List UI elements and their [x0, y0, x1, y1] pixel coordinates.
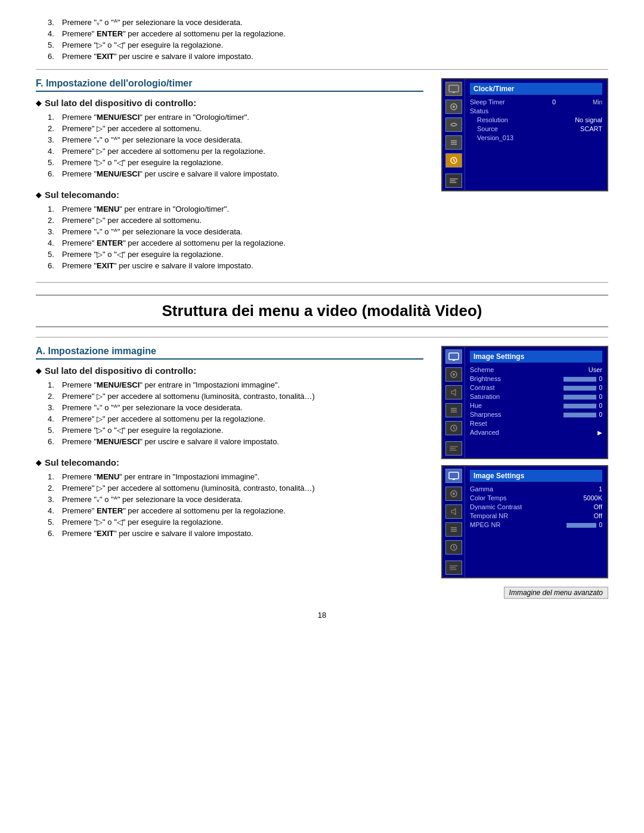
list-item: 2. Premere" ▷" per accedere al sottomenu…	[48, 484, 423, 493]
tv-resolution-row: Resolution No signal	[477, 116, 602, 123]
subsection-a2-list: 1. Premere "MENU" per entrare in "Impost…	[48, 472, 423, 538]
tv-scheme-row: Scheme User	[470, 366, 602, 373]
svg-rect-12	[450, 182, 457, 183]
tv-icon-speaker2	[445, 504, 462, 519]
tv-icon-dots2	[445, 561, 462, 575]
tv-reset-row: Reset	[470, 420, 602, 427]
section-a-text: A. Impostazione immagine Sul lato del di…	[36, 346, 423, 540]
list-item: 6. Premere "MENU/ESCI" per uscire e salv…	[48, 437, 423, 446]
subsection-a2-heading: Sul telecomando:	[36, 457, 423, 467]
list-item: 3. Premere "ᵥ" o "ᴬ" per selezionare la …	[48, 227, 423, 236]
subsection-f1-list: 1. Premere "MENU/ESCI" per entrare in "O…	[48, 113, 423, 178]
tv-contrast-row: Contrast 0	[470, 384, 602, 391]
main-divider-bottom	[36, 337, 608, 337]
list-item: 4. Premere" ▷" per accedere al sottomenu…	[48, 147, 423, 156]
list-item: 1. Premere "MENU" per entrare in "Orolog…	[48, 205, 423, 213]
svg-rect-1	[453, 92, 455, 93]
tv-icon-3	[445, 117, 462, 132]
subsection-f2-heading: Sul telecomando:	[36, 190, 423, 200]
tv-saturation-row: Saturation 0	[470, 393, 602, 400]
tv-advanced-row: Advanced ▶	[470, 429, 602, 436]
svg-marker-17	[451, 389, 456, 395]
subsection-f2-list: 1. Premere "MENU" per entrare in "Orolog…	[48, 205, 423, 270]
list-item: 6. Premere "EXIT" per uscire e salvare i…	[48, 529, 423, 538]
section-f-heading: F. Impostazione dell'orologio/timer	[36, 78, 423, 92]
top-list: 3. Premere "ᵥ" o "ᴬ" per selezionare la …	[48, 18, 608, 61]
svg-point-16	[453, 373, 455, 376]
tv-clock-title: Clock/Timer	[470, 83, 602, 95]
tv-icon-clock2	[445, 421, 462, 435]
tv-screen-image2: Image Settings Gamma 1 Color Temps 5000K…	[441, 465, 608, 578]
tv-icon-5	[445, 174, 462, 188]
caption-box: Immagine del menu avanzato	[441, 587, 608, 599]
section-f: F. Impostazione dell'orologio/timer Sul …	[36, 78, 608, 272]
tv-icon-circle	[445, 367, 462, 382]
tv-icon-clock3	[445, 540, 462, 555]
tv-temporalnr-row: Temporal NR Off	[470, 512, 602, 519]
tv-icon-tv	[445, 349, 462, 364]
list-item: 3. Premere "ᵥ" o "ᴬ" per selezionare la …	[48, 495, 423, 504]
subsection-a1-heading: Sul lato del dispositivo di controllo:	[36, 366, 423, 376]
list-item: 5. Premere "▷" o "◁" per eseguire la reg…	[48, 158, 423, 167]
tv-gamma-row: Gamma 1	[470, 485, 602, 493]
tv-sidebar-img2	[442, 466, 465, 577]
svg-point-30	[453, 493, 455, 495]
list-item: 6. Premere "MENU/ESCI" per uscire e salv…	[48, 169, 423, 178]
list-item: 2. Premere" ▷" per accedere al sottomenu…	[48, 392, 423, 401]
tv-image2-title: Image Settings	[470, 470, 602, 482]
tv-screen-clock: Clock/Timer Sleep Timer 0 Min Status Res…	[441, 78, 608, 191]
tv-brightness-row: Brightness 0	[470, 375, 602, 382]
tv-image1-content: Image Settings Scheme User Brightness 0 …	[465, 347, 607, 458]
svg-rect-10	[450, 178, 458, 179]
svg-rect-14	[453, 360, 455, 361]
svg-rect-24	[450, 446, 458, 447]
screens-stack: Image Settings Scheme User Brightness 0 …	[441, 346, 608, 599]
list-item: 4. Premere" ENTER" per accedere al sotto…	[48, 29, 608, 38]
tv-sidebar	[442, 79, 465, 190]
tv-clock-content: Clock/Timer Sleep Timer 0 Min Status Res…	[465, 79, 607, 190]
tv-icon-circle2	[445, 487, 462, 501]
svg-rect-38	[450, 565, 458, 566]
list-item: 4. Premere" ENTER" per accedere al sotto…	[48, 239, 423, 247]
list-item: 2. Premere" ▷" per accedere al sottomenu…	[48, 124, 423, 133]
svg-rect-26	[450, 450, 457, 451]
tv-sharpness-row: Sharpness 0	[470, 411, 602, 418]
tv-icon-1	[445, 82, 462, 96]
tv-icon-lines2	[445, 522, 462, 537]
tv-sleep-timer-row: Sleep Timer 0 Min	[470, 98, 602, 106]
subsection-a1-list: 1. Premere "MENU/ESCI" per entrare in "I…	[48, 380, 423, 446]
list-item: 6. Premere "EXIT" per uscire e salvare i…	[48, 261, 423, 270]
tv-source-row: Source SCART	[477, 125, 602, 132]
image-screens-col: Image Settings Scheme User Brightness 0 …	[441, 346, 608, 599]
main-divider	[36, 282, 608, 283]
section-a-heading: A. Impostazione immagine	[36, 346, 423, 360]
subsection-f1-heading: Sul lato del dispositivo di controllo:	[36, 98, 423, 108]
tv-icon-4	[445, 135, 462, 150]
section-a: A. Impostazione immagine Sul lato del di…	[36, 346, 608, 599]
page-number: 18	[36, 611, 608, 620]
list-item: 3. Premere "ᵥ" o "ᴬ" per selezionare la …	[48, 18, 608, 27]
svg-rect-40	[450, 569, 457, 570]
tv-icon-speaker	[445, 385, 462, 400]
list-item: 6. Premere "EXIT" per uscire e salvare i…	[48, 52, 608, 61]
caption-text: Immagine del menu avanzato	[504, 587, 608, 599]
svg-rect-25	[450, 448, 456, 449]
list-item: 3. Premere "ᵥ" o "ᴬ" per selezionare la …	[48, 403, 423, 412]
list-item: 1. Premere "MENU/ESCI" per entrare in "O…	[48, 113, 423, 122]
tv-mpegnr-row: MPEG NR 0	[470, 521, 602, 528]
tv-icon-dots	[445, 441, 462, 456]
tv-dyncontrast-row: Dynamic Contrast Off	[470, 503, 602, 510]
list-item: 3. Premere "ᵥ" o "ᴬ" per selezionare la …	[48, 135, 423, 144]
svg-marker-31	[451, 509, 456, 515]
tv-screen-image1: Image Settings Scheme User Brightness 0 …	[441, 346, 608, 459]
list-item: 5. Premere "▷" o "◁" per eseguire la reg…	[48, 250, 423, 259]
list-item: 5. Premere "▷" o "◁" per eseguire la reg…	[48, 426, 423, 435]
svg-line-37	[454, 547, 455, 549]
divider	[36, 69, 608, 70]
list-item: 4. Premere" ▷" per accedere al sottomenu…	[48, 414, 423, 423]
tv-image2-content: Image Settings Gamma 1 Color Temps 5000K…	[465, 466, 607, 577]
svg-rect-11	[450, 180, 456, 181]
svg-rect-28	[453, 479, 455, 480]
tv-colortemps-row: Color Temps 5000K	[470, 494, 602, 501]
list-item: 1. Premere "MENU/ESCI" per entrare in "I…	[48, 380, 423, 389]
